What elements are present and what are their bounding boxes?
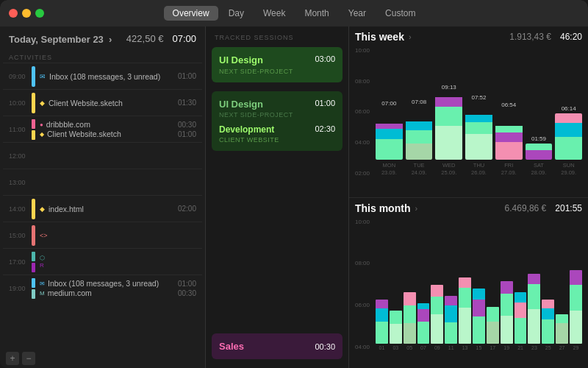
right-panel: This week › 1.913,43 € 46:20 10:00 08:00…	[349, 26, 588, 368]
session-1-header: UI Design 03:00	[219, 54, 335, 66]
stacked-bar	[404, 292, 416, 344]
bar-segment	[459, 288, 471, 308]
bar-segment	[542, 300, 554, 308]
today-stats: 422,50 € 07:00	[126, 33, 196, 44]
time-label-1300: 13:00	[9, 179, 27, 186]
activity-rows-1900: ✉ Inbox (108 messages, 3 unread) 01:00 M…	[40, 279, 196, 297]
bar-value-label: 01:59	[531, 135, 546, 142]
activity-name: index.html	[49, 205, 174, 213]
tab-day[interactable]: Day	[220, 6, 253, 21]
session-card-2[interactable]: UI Design 01:00 NEXT SIDE-PROJECT Develo…	[212, 91, 343, 151]
y-label-1000: 10:00	[355, 47, 376, 54]
month-chart-title: This month	[355, 202, 410, 214]
stacked-bar	[390, 311, 402, 344]
zoom-in-button[interactable]: +	[6, 352, 19, 365]
tab-week[interactable]: Week	[254, 6, 294, 21]
session-card-1[interactable]: UI Design 03:00 NEXT SIDE-PROJECT	[212, 47, 343, 82]
bar-inbox2	[32, 278, 35, 288]
time-label-1700: 17:00	[9, 258, 27, 266]
bar-x-label: 27	[559, 345, 565, 350]
activity-duration: 01:30	[178, 99, 196, 107]
week-bar-group: 07:52THU26.09.	[465, 94, 492, 177]
bar-segment	[406, 144, 433, 160]
tab-custom[interactable]: Custom	[376, 6, 424, 21]
imageoptim-icon: ⬡	[40, 255, 45, 261]
activity-row-sketch2: ◆ Client Website.sketch 01:00	[40, 130, 196, 138]
stacked-bar	[417, 303, 430, 344]
activity-rows-1100: ● dribbble.com 00:30 ◆ Client Website.sk…	[40, 120, 196, 138]
session-card-3[interactable]: Sales 00:30	[212, 333, 343, 359]
month-bar-group: 07	[417, 303, 430, 350]
activity-name: Client Website.sketch	[47, 130, 175, 138]
bar-segment	[487, 322, 499, 344]
bar-segment	[431, 285, 443, 297]
bar-segment	[465, 122, 492, 134]
activity-row-reports: R	[40, 262, 196, 269]
minimize-button[interactable]	[22, 9, 31, 18]
bar-segment	[431, 297, 443, 314]
bar-x-label: 05	[406, 345, 412, 350]
bar-value-label: 07:08	[412, 99, 426, 105]
bar-x-label: 07	[420, 345, 426, 350]
tab-overview[interactable]: Overview	[164, 6, 218, 21]
activity-name: Client Website.sketch	[49, 99, 174, 107]
bar-value-label: 06:14	[562, 105, 576, 112]
bar-value-label: 09:13	[442, 84, 456, 91]
bar-x-label: SUN29.09.	[561, 162, 576, 177]
close-button[interactable]	[9, 9, 18, 18]
activity-duration: 01:00	[178, 280, 196, 288]
bar-segment	[495, 126, 523, 132]
bar-segment	[555, 123, 582, 137]
bar-1500	[32, 225, 35, 246]
time-slot-1900: 19:00 ✉ Inbox (108 messages, 3 unread) 0…	[3, 275, 202, 301]
time-slot-0900: 09:00 ✉ Inbox (108 messages, 3 unread) 0…	[3, 63, 202, 89]
zoom-out-button[interactable]: −	[22, 352, 35, 365]
bar-segment	[495, 142, 523, 160]
bar-segment	[495, 132, 523, 143]
month-chart-body: 10:00 08:00 06:00 04:00 0103050709111315…	[355, 217, 582, 364]
activities-label: ACTIVITIES	[0, 51, 205, 63]
month-bar-group: 11	[445, 296, 457, 350]
activity-rows-1700: ⬡ R	[40, 255, 196, 269]
bar-segment	[570, 285, 582, 311]
bar-segment	[435, 126, 462, 160]
session-2-duration1: 01:00	[315, 99, 335, 110]
this-month-section: This month › 6.469,86 € 201:55 10:00 08:…	[349, 198, 588, 369]
bar-1400	[32, 199, 35, 219]
stacked-bar	[435, 92, 462, 160]
bar-segment	[555, 113, 582, 123]
month-time: 201:55	[555, 203, 582, 213]
bar-segment	[542, 319, 554, 344]
stacked-bar	[473, 289, 485, 344]
bar-segment	[556, 314, 568, 323]
week-bars: 07:00MON23.09.07:08TUE24.09.09:13WED25.0…	[376, 46, 582, 193]
bar-segment	[465, 115, 492, 122]
month-bar-group: 15	[473, 289, 485, 350]
bar-1000	[32, 93, 35, 113]
bar-segment	[570, 311, 582, 344]
time-slot-1400: 14:00 ◆ index.html 02:00	[3, 195, 202, 222]
session-1-title: UI Design	[219, 54, 263, 66]
maximize-button[interactable]	[35, 9, 44, 18]
month-bar-group: 17	[487, 307, 499, 350]
activity-name: dribbble.com	[46, 120, 175, 129]
left-panel: Today, September 23 › 422,50 € 07:00 ACT…	[0, 26, 206, 368]
bar-x-label: 19	[503, 345, 509, 350]
stacked-bar	[514, 292, 527, 344]
time-slot-1300: 13:00	[3, 169, 202, 195]
today-amount: 422,50 €	[126, 33, 164, 44]
month-bar-group: 03	[390, 311, 402, 350]
tab-month[interactable]: Month	[295, 6, 337, 21]
tab-year[interactable]: Year	[340, 6, 375, 21]
bar-sketch	[32, 130, 35, 140]
month-bar-group: 01	[376, 300, 388, 350]
month-chevron-icon: ›	[415, 204, 417, 213]
today-header: Today, September 23 › 422,50 € 07:00	[0, 26, 205, 51]
sketch2-icon: ◆	[40, 131, 44, 138]
bar-segment	[459, 277, 471, 288]
activity-row-dribbble: ● dribbble.com 00:30	[40, 120, 196, 129]
bar-x-label: FRI27.09.	[501, 162, 517, 177]
bar-segment	[514, 292, 527, 302]
bar-segment	[445, 322, 457, 344]
y-label-0600: 06:00	[355, 108, 376, 115]
